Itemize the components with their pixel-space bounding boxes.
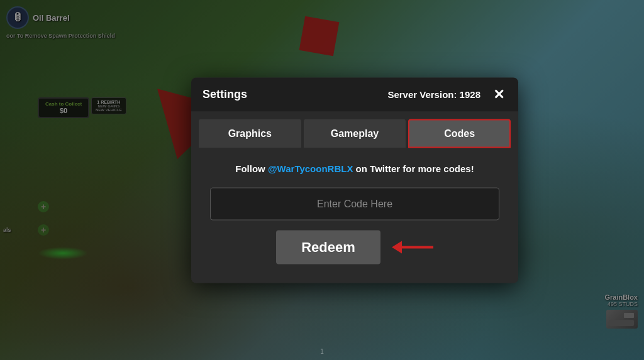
close-button[interactable]: ✕ [491, 86, 507, 102]
modal-body: Follow @WarTycoonRBLX on Twitter for mor… [191, 148, 518, 283]
code-input-wrapper[interactable] [210, 187, 499, 220]
redeem-wrapper: Redeem [210, 230, 499, 264]
modal-header: Settings Server Version: 1928 ✕ [191, 77, 518, 111]
twitter-prefix: Follow [235, 163, 268, 173]
settings-modal: Settings Server Version: 1928 ✕ Graphics… [191, 77, 518, 283]
page-number: 1 [320, 348, 324, 355]
modal-tabs: Graphics Gameplay Codes [191, 111, 518, 148]
redeem-button[interactable]: Redeem [276, 230, 380, 264]
arrow-indicator [392, 241, 433, 253]
code-input[interactable] [221, 198, 489, 209]
modal-title: Settings [203, 88, 247, 101]
twitter-promo: Follow @WarTycoonRBLX on Twitter for mor… [210, 163, 499, 173]
tab-graphics[interactable]: Graphics [199, 119, 301, 148]
twitter-suffix: on Twitter for more codes! [353, 163, 474, 173]
tab-gameplay[interactable]: Gameplay [304, 119, 406, 148]
twitter-handle: @WarTycoonRBLX [268, 163, 353, 173]
server-version: Server Version: 1928 [387, 89, 480, 100]
modal-header-right: Server Version: 1928 ✕ [387, 86, 507, 102]
arrow-head [392, 241, 402, 253]
arrow-line [402, 246, 433, 248]
tab-codes[interactable]: Codes [408, 119, 511, 148]
